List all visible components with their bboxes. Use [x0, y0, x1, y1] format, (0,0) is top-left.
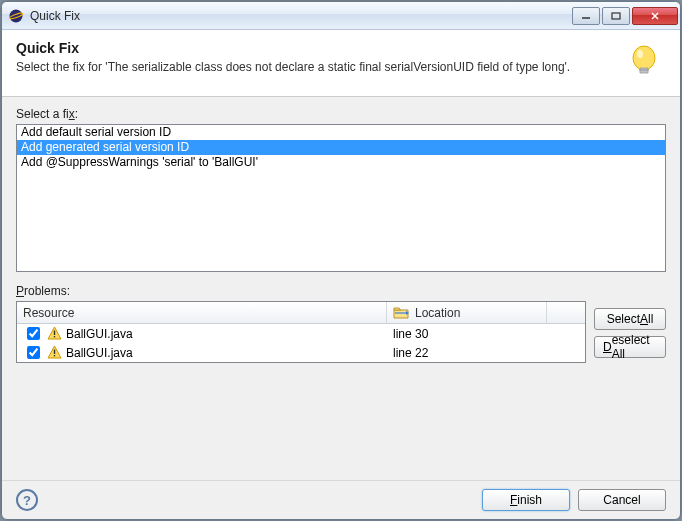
- svg-point-8: [637, 50, 643, 58]
- dialog-footer: ? Finish Cancel: [2, 480, 680, 519]
- window-title: Quick Fix: [30, 9, 572, 23]
- filename: BallGUI.java: [66, 327, 133, 341]
- location-cell: line 30: [387, 327, 579, 341]
- folder-icon: [393, 306, 409, 320]
- select-all-button[interactable]: Select All: [594, 308, 666, 330]
- warning-icon: [47, 326, 62, 341]
- fix-item[interactable]: Add @SuppressWarnings 'serial' to 'BallG…: [17, 155, 665, 170]
- svg-rect-11: [54, 331, 55, 336]
- column-spacer: [547, 302, 585, 323]
- table-row[interactable]: BallGUI.javaline 30: [17, 324, 585, 343]
- problems-table: Resource Location BallGUI.javaline 30Bal…: [16, 301, 586, 363]
- column-resource[interactable]: Resource: [17, 302, 387, 323]
- dialog-heading: Quick Fix: [16, 40, 612, 56]
- location-cell: line 22: [387, 346, 579, 360]
- fix-item[interactable]: Add generated serial version ID: [17, 140, 665, 155]
- warning-icon: [47, 345, 62, 360]
- deselect-all-button[interactable]: Deselect All: [594, 336, 666, 358]
- filename: BallGUI.java: [66, 346, 133, 360]
- dialog-subtitle: Select the fix for 'The serializable cla…: [16, 60, 612, 74]
- maximize-button[interactable]: [602, 7, 630, 25]
- minimize-button[interactable]: [572, 7, 600, 25]
- header-banner: Quick Fix Select the fix for 'The serial…: [2, 30, 680, 97]
- column-location[interactable]: Location: [387, 302, 547, 323]
- svg-rect-12: [54, 336, 55, 337]
- row-checkbox[interactable]: [27, 346, 40, 359]
- lightbulb-icon: [622, 40, 666, 84]
- cancel-button[interactable]: Cancel: [578, 489, 666, 511]
- svg-rect-3: [612, 13, 620, 19]
- svg-rect-15: [54, 355, 55, 356]
- svg-rect-14: [54, 350, 55, 355]
- table-row[interactable]: BallGUI.javaline 22: [17, 343, 585, 362]
- finish-button[interactable]: Finish: [482, 489, 570, 511]
- fix-item[interactable]: Add default serial version ID: [17, 125, 665, 140]
- close-button[interactable]: [632, 7, 678, 25]
- eclipse-icon: [8, 8, 24, 24]
- select-a-fix-label: Select a fix:: [16, 107, 666, 121]
- title-bar[interactable]: Quick Fix: [2, 2, 680, 30]
- help-icon[interactable]: ?: [16, 489, 38, 511]
- quick-fix-dialog: Quick Fix Quick Fix Select the fix for '…: [1, 1, 681, 520]
- svg-point-6: [633, 46, 655, 70]
- table-header: Resource Location: [17, 302, 585, 324]
- fix-list[interactable]: Add default serial version IDAdd generat…: [16, 124, 666, 272]
- problems-label: Problems:: [16, 284, 586, 298]
- row-checkbox[interactable]: [27, 327, 40, 340]
